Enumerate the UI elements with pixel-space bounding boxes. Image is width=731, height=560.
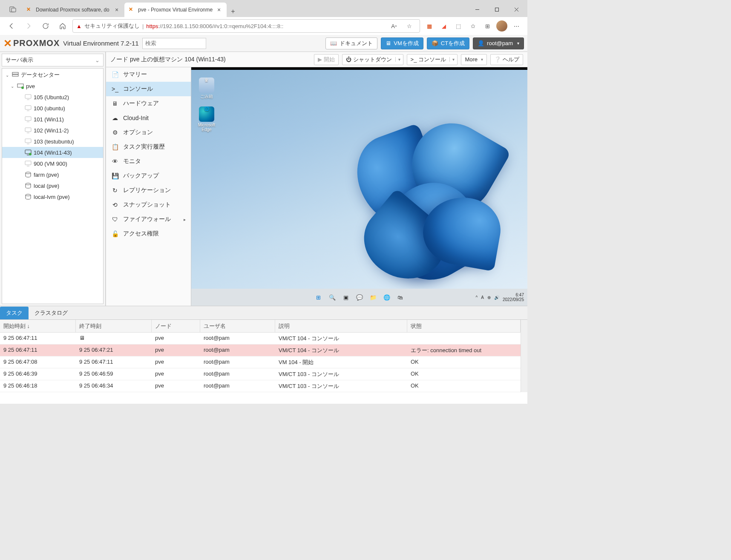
- menu-console[interactable]: >_コンソール: [106, 82, 191, 96]
- tree-node-pve[interactable]: ⌄ pve: [2, 80, 103, 92]
- col-end[interactable]: 終了時刻: [76, 320, 152, 332]
- extensions-icon[interactable]: ⬚: [452, 19, 465, 33]
- menu-firewall[interactable]: 🛡ファイアウォール▸: [106, 212, 191, 227]
- server-view-select[interactable]: サーバ表示 ⌄: [2, 54, 104, 66]
- console-area[interactable]: ▸ 🗑 ごみ箱 🌐 Microsoft Edge: [191, 67, 527, 306]
- profile-avatar[interactable]: [495, 19, 509, 33]
- collections-icon[interactable]: ⊞: [481, 19, 494, 33]
- refresh-button[interactable]: [38, 19, 53, 33]
- browser-tab-1[interactable]: ✕ pve - Proxmox Virtual Environme ×: [124, 3, 227, 17]
- office-icon[interactable]: ▦: [423, 19, 436, 33]
- tree-storage[interactable]: farm (pve): [2, 169, 103, 180]
- tree-datacenter[interactable]: ⌄ データセンター: [2, 69, 103, 80]
- tree-vm-104[interactable]: 104 (Win11-43): [2, 147, 103, 158]
- chevron-down-icon[interactable]: ▾: [449, 57, 457, 62]
- task-row[interactable]: 9 25 06:47:089 25 06:47:11pveroot@pamVM …: [0, 356, 521, 368]
- tab-tasks[interactable]: タスク: [0, 307, 29, 319]
- system-tray[interactable]: ^ A ⊕ 🔊 6:47 2022/09/25: [476, 293, 524, 302]
- menu-permission[interactable]: 🔓アクセス権限: [106, 227, 191, 241]
- store-icon[interactable]: 🛍: [395, 292, 406, 303]
- tree-vm-900[interactable]: 900 (VM 900): [2, 158, 103, 169]
- edge-icon[interactable]: 🌐 Microsoft Edge: [195, 106, 219, 132]
- windows-taskbar[interactable]: ⊞ 🔍 ▣ 💬 📁 🌐 🛍 ^ A ⊕ 🔊 6:47 2022/09: [191, 289, 527, 306]
- favorites-icon[interactable]: ✩: [466, 19, 480, 33]
- minimize-button[interactable]: [468, 3, 486, 16]
- create-ct-button[interactable]: 📦CTを作成: [427, 37, 469, 49]
- create-vm-button[interactable]: 🖥VMを作成: [381, 37, 423, 49]
- svg-point-9: [21, 86, 24, 89]
- recycle-bin-icon[interactable]: 🗑 ごみ箱: [195, 78, 219, 100]
- back-button[interactable]: [4, 19, 19, 33]
- edge-taskbar-icon[interactable]: 🌐: [381, 292, 392, 303]
- explorer-icon[interactable]: 📁: [368, 292, 379, 303]
- search-icon[interactable]: 🔍: [327, 292, 338, 303]
- tree-storage[interactable]: local-lvm (pve): [2, 191, 103, 202]
- vm-menu: 📄サマリー>_コンソール🖥ハードウェア☁Cloud-Init⚙オプション📋タスク…: [106, 67, 191, 306]
- tree-storage[interactable]: local (pve): [2, 180, 103, 191]
- taskview-icon[interactable]: ▣: [340, 292, 351, 303]
- task-row[interactable]: 9 25 06:47:11🖥pveroot@pamVM/CT 104 - コンソ…: [0, 333, 521, 345]
- forward-button[interactable]: [21, 19, 36, 33]
- reader-mode-icon[interactable]: A»: [387, 19, 401, 33]
- tree-vm-103[interactable]: 103 (testubuntu): [2, 136, 103, 147]
- help-button[interactable]: ❔ヘルプ: [490, 54, 523, 65]
- col-start[interactable]: 開始時刻 ↓: [0, 320, 76, 332]
- clock[interactable]: 6:47 2022/09/25: [503, 293, 524, 302]
- menu-options[interactable]: ⚙オプション: [106, 125, 191, 140]
- col-node[interactable]: ノード: [152, 320, 200, 332]
- task-row[interactable]: 9 25 06:46:189 25 06:46:34pveroot@pamVM/…: [0, 380, 521, 392]
- menu-hardware[interactable]: 🖥ハードウェア: [106, 96, 191, 111]
- swift-icon[interactable]: ◢: [437, 19, 451, 33]
- menu-summary[interactable]: 📄サマリー: [106, 67, 191, 82]
- menu-snapshot[interactable]: ⟲スナップショット: [106, 198, 191, 212]
- col-desc[interactable]: 説明: [275, 320, 407, 332]
- tab-actions-icon[interactable]: [3, 3, 22, 16]
- col-user[interactable]: ユーザ名: [200, 320, 275, 332]
- tab-cluster-log[interactable]: クラスタログ: [29, 307, 74, 319]
- close-icon[interactable]: ×: [113, 6, 120, 13]
- scrollbar[interactable]: [521, 320, 527, 392]
- tray-chevron-icon[interactable]: ^: [476, 295, 478, 300]
- chevron-down-icon[interactable]: ▾: [395, 57, 403, 62]
- new-tab-button[interactable]: +: [227, 8, 239, 17]
- docs-button[interactable]: 📖ドキュメント: [325, 37, 377, 49]
- collapse-icon[interactable]: ⌄: [5, 73, 10, 78]
- shutdown-button[interactable]: ⏻シャットダウン▾: [342, 54, 403, 65]
- tree-vm-102[interactable]: 102 (Win11-2): [2, 125, 103, 136]
- volume-icon[interactable]: 🔊: [494, 295, 499, 300]
- tree-vm-101[interactable]: 101 (Win11): [2, 114, 103, 125]
- col-status[interactable]: 状態: [407, 320, 521, 332]
- address-bar[interactable]: ▲ セキュリティ保護なし | https://192.168.1.150:800…: [72, 19, 420, 33]
- browser-tab-0[interactable]: ✕ Download Proxmox software, do ×: [22, 3, 124, 17]
- windows-desktop[interactable]: 🗑 ごみ箱 🌐 Microsoft Edge: [191, 70, 527, 289]
- task-row[interactable]: 9 25 06:47:119 25 06:47:21pveroot@pamVM/…: [0, 345, 521, 356]
- menu-taskhistory[interactable]: 📋タスク実行履歴: [106, 140, 191, 154]
- console-button[interactable]: >_コンソール▾: [407, 54, 458, 65]
- start-icon[interactable]: ⊞: [313, 292, 324, 303]
- browser-tabs: ✕ Download Proxmox software, do × ✕ pve …: [22, 2, 468, 17]
- more-button[interactable]: More▾: [461, 54, 487, 65]
- favorite-icon[interactable]: ☆: [403, 19, 416, 33]
- task-row[interactable]: 9 25 06:46:399 25 06:46:59pveroot@pamVM/…: [0, 368, 521, 380]
- close-icon[interactable]: ×: [216, 6, 222, 13]
- search-input[interactable]: [142, 38, 206, 49]
- home-button[interactable]: [55, 19, 70, 33]
- tree-vm-105[interactable]: 105 (Ubuntu2): [2, 92, 103, 103]
- menu-monitor[interactable]: 👁モニタ: [106, 154, 191, 169]
- menu-backup[interactable]: 💾バックアップ: [106, 169, 191, 183]
- menu-icon[interactable]: ⋯: [509, 19, 523, 33]
- pve-header: ✕ PROXMOX Virtual Environment 7.2-11 📖ドキ…: [0, 35, 527, 52]
- network-icon[interactable]: ⊕: [487, 295, 491, 300]
- maximize-button[interactable]: [487, 3, 506, 16]
- start-button[interactable]: ▶開始: [314, 54, 339, 65]
- close-window-button[interactable]: [507, 3, 526, 16]
- user-button[interactable]: 👤root@pam▾: [473, 37, 524, 49]
- collapse-icon[interactable]: ⌄: [10, 84, 15, 89]
- ime-icon[interactable]: A: [481, 295, 484, 300]
- menu-cloudinit[interactable]: ☁Cloud-Init: [106, 111, 191, 125]
- svg-rect-14: [25, 117, 31, 121]
- svg-rect-10: [25, 95, 31, 98]
- chat-icon[interactable]: 💬: [354, 292, 365, 303]
- tree-vm-100[interactable]: 100 (ubuntu): [2, 103, 103, 114]
- menu-replication[interactable]: ↻レプリケーション: [106, 183, 191, 198]
